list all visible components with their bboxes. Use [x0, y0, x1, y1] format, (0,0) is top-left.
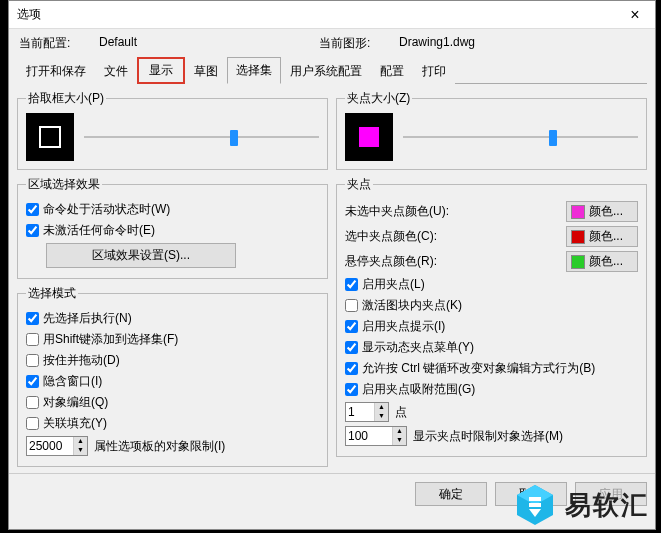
chk-no-cmd-active-input[interactable]: [26, 224, 39, 237]
label-sel-color: 选中夹点颜色(C):: [345, 228, 437, 245]
label-current-config: 当前配置:: [19, 35, 99, 52]
spinner-down-icon[interactable]: ▼: [375, 412, 388, 421]
spinner-up-icon[interactable]: ▲: [74, 437, 87, 446]
label-hover-color: 悬停夹点颜色(R):: [345, 253, 437, 270]
chk-cmd-active[interactable]: 命令处于活动状态时(W): [26, 199, 319, 220]
logo-text: 易软汇: [565, 488, 649, 523]
group-grip-size: 夹点大小(Z): [336, 90, 647, 170]
pickbox-preview: [26, 113, 74, 161]
chk-implied-win[interactable]: 隐含窗口(I): [26, 371, 319, 392]
sel-color-button[interactable]: 颜色...: [566, 226, 638, 247]
chk-dynamic-menu[interactable]: 显示动态夹点菜单(Y): [345, 337, 638, 358]
value-current-config: Default: [99, 35, 319, 52]
limit-spinner[interactable]: ▲▼: [26, 436, 88, 456]
label-current-drawing: 当前图形:: [319, 35, 399, 52]
options-dialog: 选项 × 当前配置: Default 当前图形: Drawing1.dwg 打开…: [8, 0, 656, 530]
tab-display[interactable]: 显示: [137, 57, 185, 84]
group-select-mode: 选择模式 先选择后执行(N) 用Shift键添加到选择集(F) 按住并拖动(D)…: [17, 285, 328, 467]
chk-obj-group[interactable]: 对象编组(Q): [26, 392, 319, 413]
limit-input[interactable]: [27, 437, 73, 455]
chk-grip-tip[interactable]: 启用夹点提示(I): [345, 316, 638, 337]
tab-print[interactable]: 打印: [413, 58, 455, 84]
watermark-logo: 易软汇: [513, 483, 649, 527]
tab-strip: 打开和保存 文件 显示 草图 选择集 用户系统配置 配置 打印: [9, 56, 655, 83]
group-pickbox-size: 拾取框大小(P): [17, 90, 328, 170]
content-area: 拾取框大小(P) 区域选择效果 命令处于活动状态时(W): [9, 84, 655, 467]
grip-preview: [345, 113, 393, 161]
grip-limit-spinner[interactable]: ▲▼: [345, 426, 407, 446]
tab-file[interactable]: 文件: [95, 58, 137, 84]
dot-spinner[interactable]: ▲▼: [345, 402, 389, 422]
chk-snap-range[interactable]: 启用夹点吸附范围(G): [345, 379, 638, 400]
svg-rect-3: [529, 503, 541, 507]
right-column: 夹点大小(Z) 夹点 未选中夹点颜色(U):: [336, 90, 647, 467]
value-current-drawing: Drawing1.dwg: [399, 35, 475, 52]
tab-open-save[interactable]: 打开和保存: [17, 58, 95, 84]
unsel-color-swatch: [571, 205, 585, 219]
label-unsel-color: 未选中夹点颜色(U):: [345, 203, 449, 220]
legend-mode: 选择模式: [26, 285, 78, 302]
grip-limit-label: 显示夹点时限制对象选择(M): [413, 428, 563, 445]
titlebar: 选项 ×: [9, 1, 655, 29]
spinner-up-icon[interactable]: ▲: [393, 427, 406, 436]
window-title: 选项: [17, 6, 41, 23]
spinner-down-icon[interactable]: ▼: [74, 446, 87, 455]
legend-gripsize: 夹点大小(Z): [345, 90, 412, 107]
tab-selection[interactable]: 选择集: [227, 57, 281, 84]
slider-thumb[interactable]: [230, 130, 238, 146]
chk-ctrl-cycle[interactable]: 允许按 Ctrl 键循环改变对象编辑方式行为(B): [345, 358, 638, 379]
spinner-down-icon[interactable]: ▼: [393, 436, 406, 445]
logo-icon: [513, 483, 557, 527]
sel-color-swatch: [571, 230, 585, 244]
chk-shift-add[interactable]: 用Shift键添加到选择集(F): [26, 329, 319, 350]
chk-grip-in-block[interactable]: 激活图块内夹点(K): [345, 295, 638, 316]
svg-rect-2: [529, 497, 541, 501]
chk-pre-exec[interactable]: 先选择后执行(N): [26, 308, 319, 329]
dot-input[interactable]: [346, 403, 374, 421]
group-region-effect: 区域选择效果 命令处于活动状态时(W) 未激活任何命令时(E) 区域效果设置(S…: [17, 176, 328, 279]
chk-assoc-fill[interactable]: 关联填充(Y): [26, 413, 319, 434]
tab-config[interactable]: 配置: [371, 58, 413, 84]
grip-square-icon: [358, 126, 380, 148]
chk-press-drag[interactable]: 按住并拖动(D): [26, 350, 319, 371]
limit-label: 属性选项板的对象限制(I): [94, 438, 225, 455]
pickbox-slider[interactable]: [84, 128, 319, 146]
gripsize-slider[interactable]: [403, 128, 638, 146]
left-column: 拾取框大小(P) 区域选择效果 命令处于活动状态时(W): [17, 90, 328, 467]
chk-no-cmd-active[interactable]: 未激活任何命令时(E): [26, 220, 319, 241]
ok-button[interactable]: 确定: [415, 482, 487, 506]
legend-grip: 夹点: [345, 176, 373, 193]
tab-sketch[interactable]: 草图: [185, 58, 227, 84]
tab-user-system[interactable]: 用户系统配置: [281, 58, 371, 84]
dot-label: 点: [395, 404, 407, 421]
legend-pickbox: 拾取框大小(P): [26, 90, 106, 107]
grip-limit-input[interactable]: [346, 427, 392, 445]
hover-color-swatch: [571, 255, 585, 269]
chk-enable-grip[interactable]: 启用夹点(L): [345, 274, 638, 295]
pickbox-square-icon: [39, 126, 61, 148]
group-grip: 夹点 未选中夹点颜色(U): 颜色... 选中夹点颜色(C): 颜色...: [336, 176, 647, 457]
chk-cmd-active-input[interactable]: [26, 203, 39, 216]
region-settings-button[interactable]: 区域效果设置(S)...: [46, 243, 236, 268]
hover-color-button[interactable]: 颜色...: [566, 251, 638, 272]
close-icon[interactable]: ×: [615, 1, 655, 29]
slider-thumb[interactable]: [549, 130, 557, 146]
spinner-up-icon[interactable]: ▲: [375, 403, 388, 412]
legend-region: 区域选择效果: [26, 176, 102, 193]
unsel-color-button[interactable]: 颜色...: [566, 201, 638, 222]
info-row: 当前配置: Default 当前图形: Drawing1.dwg: [9, 29, 655, 56]
